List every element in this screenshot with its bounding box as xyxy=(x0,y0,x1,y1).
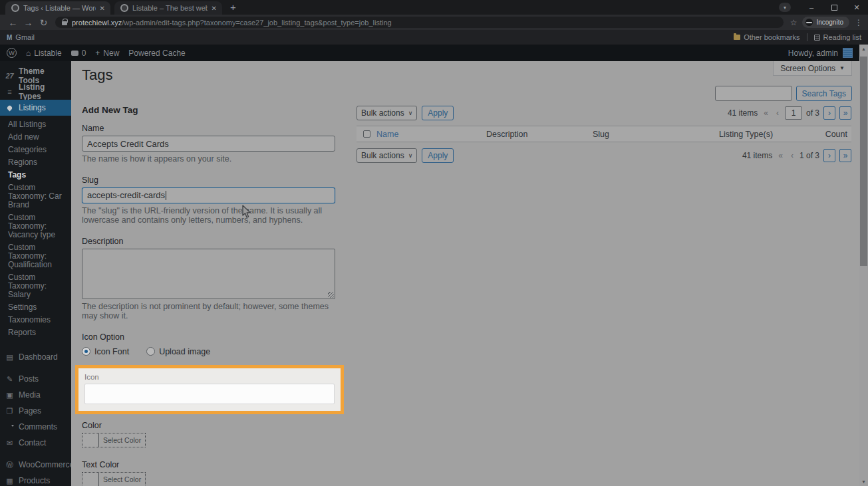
bulk-actions-select-bottom[interactable]: Bulk actions∨ xyxy=(357,148,417,163)
scroll-down-icon[interactable]: ▼ xyxy=(859,477,868,486)
select-color-button[interactable]: Select Color xyxy=(99,433,145,447)
last-page-button[interactable]: » xyxy=(839,149,851,162)
url-text: protechiewl.xyz/wp-admin/edit-tags.php?t… xyxy=(72,19,392,27)
submenu-tags[interactable]: Tags xyxy=(0,169,71,182)
reading-list[interactable]: Reading list xyxy=(814,33,861,41)
sidebar-item-pages[interactable]: ❐ Pages xyxy=(0,403,71,419)
chevron-down-icon: ∨ xyxy=(408,152,413,159)
submenu-reports[interactable]: Reports xyxy=(0,326,71,339)
profile-chevron-icon[interactable]: ▾ xyxy=(779,3,791,12)
submenu-settings[interactable]: Settings xyxy=(0,301,71,314)
color-swatch[interactable] xyxy=(82,433,99,447)
resize-grip[interactable] xyxy=(328,292,334,298)
submenu-ct-salary[interactable]: Custom Taxonomy: Salary xyxy=(0,271,71,301)
description-textarea[interactable] xyxy=(82,249,335,299)
scroll-up-icon[interactable]: ▲ xyxy=(859,45,868,53)
submenu-ct-vacancy-type[interactable]: Custom Taxonomy: Vacancy type xyxy=(0,211,71,241)
radio-unselected-icon xyxy=(146,347,155,356)
search-input[interactable] xyxy=(715,86,792,101)
tab-title: Listable – The best website in th xyxy=(132,4,208,12)
select-text-color-button[interactable]: Select Color xyxy=(99,473,145,486)
sidebar-item-theme-tools[interactable]: 27 Theme Tools xyxy=(0,68,71,84)
chevron-down-icon: ▼ xyxy=(839,65,845,71)
sidebar-item-listings[interactable]: Listings xyxy=(0,100,71,116)
sidebar-item-products[interactable]: ▦ Products xyxy=(0,473,71,486)
bookmark-gmail[interactable]: M Gmail xyxy=(7,33,35,41)
radio-upload-image[interactable]: Upload image xyxy=(146,347,210,356)
adminbar-powered-cache[interactable]: Powered Cache xyxy=(128,49,185,58)
slug-label: Slug xyxy=(82,176,335,185)
apply-button-bottom[interactable]: Apply xyxy=(422,148,454,163)
adminbar-new[interactable]: + New xyxy=(95,49,119,58)
avatar[interactable] xyxy=(843,48,853,58)
column-name[interactable]: Name xyxy=(376,130,486,139)
next-page-button[interactable]: › xyxy=(823,149,835,162)
sidebar-item-woocommerce[interactable]: Ⓦ WooCommerce xyxy=(0,457,71,473)
submenu-ct-car-brand[interactable]: Custom Taxonomy: Car Brand xyxy=(0,182,71,211)
sidebar-item-dashboard[interactable]: ▤ Dashboard xyxy=(0,349,71,365)
sidebar-item-comments[interactable]: Comments xyxy=(0,419,71,435)
search-tags-button[interactable]: Search Tags xyxy=(796,86,853,101)
close-tab-icon[interactable]: ✕ xyxy=(100,5,105,12)
current-page-input[interactable]: 1 xyxy=(785,106,802,120)
bulk-actions-select[interactable]: Bulk actions∨ xyxy=(357,106,417,120)
table-header-row: Name Description Slug Listing Type(s) Co… xyxy=(357,126,851,142)
color-picker[interactable]: Select Color xyxy=(82,433,146,447)
new-tab-button[interactable]: + xyxy=(230,1,236,13)
sidebar-item-listing-types[interactable]: ≡ Listing Types xyxy=(0,84,71,100)
last-page-button[interactable]: » xyxy=(839,106,851,120)
items-count: 41 items xyxy=(728,108,758,118)
items-count: 41 items xyxy=(742,151,772,160)
submenu-all-listings[interactable]: All Listings xyxy=(0,118,71,131)
text-color-picker[interactable]: Select Color xyxy=(82,472,146,486)
close-window-button[interactable]: ✕ xyxy=(845,0,868,15)
restore-button[interactable] xyxy=(823,0,845,15)
address-bar[interactable]: protechiewl.xyz/wp-admin/edit-tags.php?t… xyxy=(55,17,784,28)
submenu-categories[interactable]: Categories xyxy=(0,144,71,156)
vertical-scrollbar[interactable]: ▲ ▼ xyxy=(859,45,868,486)
forward-icon[interactable]: → xyxy=(21,17,36,28)
submenu-taxonomies[interactable]: Taxonomies xyxy=(0,314,71,326)
scrollbar-thumb[interactable] xyxy=(860,57,867,266)
sidebar-item-media[interactable]: ▣ Media xyxy=(0,387,71,403)
close-tab-icon[interactable]: ✕ xyxy=(212,5,217,12)
text-color-swatch[interactable] xyxy=(82,473,99,486)
name-input[interactable]: Accepts Credit Cards xyxy=(82,136,335,152)
window-controls: ▾ – ✕ xyxy=(779,0,868,15)
minimize-button[interactable]: – xyxy=(800,0,823,15)
submenu-ct-qualification[interactable]: Custom Taxonomy: Qualification xyxy=(0,241,71,271)
sidebar-item-contact[interactable]: ✉ Contact xyxy=(0,435,71,451)
screen-options-button[interactable]: Screen Options ▼ xyxy=(773,61,852,76)
wordpress-logo-icon[interactable]: W xyxy=(7,48,17,58)
slug-input[interactable]: accepts-credit-cards xyxy=(82,187,335,203)
reload-icon[interactable]: ↻ xyxy=(36,17,51,28)
icon-input[interactable] xyxy=(84,384,335,404)
radio-icon-font[interactable]: Icon Font xyxy=(82,347,129,356)
wp-admin-bar: W ⌂ Listable 0 + New Powered Cache Howdy… xyxy=(0,45,859,61)
submenu-add-new[interactable]: Add new xyxy=(0,131,71,144)
menu-kebab-icon[interactable]: ⋮ xyxy=(855,18,863,27)
screen: Tags ‹ Listable — WordPress ✕ Listable –… xyxy=(0,0,868,486)
pages-icon: ❐ xyxy=(5,407,14,416)
case27-icon: 27 xyxy=(5,72,14,80)
apply-button[interactable]: Apply xyxy=(422,106,454,120)
adminbar-site-link[interactable]: ⌂ Listable xyxy=(26,49,62,58)
tab-wordpress[interactable]: Tags ‹ Listable — WordPress ✕ xyxy=(5,1,110,15)
bookmark-star-icon[interactable]: ☆ xyxy=(790,18,797,27)
next-page-button[interactable]: › xyxy=(823,106,835,120)
submenu-regions[interactable]: Regions xyxy=(0,156,71,169)
tab-listable-site[interactable]: Listable – The best website in th ✕ xyxy=(114,1,222,15)
envelope-icon: ✉ xyxy=(5,439,14,447)
column-slug: Slug xyxy=(593,130,719,139)
slug-help: The "slug" is the URL-friendly version o… xyxy=(82,206,335,225)
page-position-text: 1 of 3 xyxy=(799,151,819,160)
tablenav-bottom: Bulk actions∨ Apply 41 items « ‹ 1 of 3 … xyxy=(357,148,851,164)
back-icon[interactable]: ← xyxy=(5,17,21,28)
other-bookmarks[interactable]: Other bookmarks xyxy=(734,33,799,41)
adminbar-comments[interactable]: 0 xyxy=(71,49,86,58)
select-all-checkbox[interactable] xyxy=(363,130,370,138)
bookmarks-bar: M Gmail Other bookmarks Reading list xyxy=(0,30,868,45)
pushpin-icon: ✎ xyxy=(5,375,14,384)
howdy-text[interactable]: Howdy, admin xyxy=(788,49,838,58)
sidebar-item-posts[interactable]: ✎ Posts xyxy=(0,371,71,387)
